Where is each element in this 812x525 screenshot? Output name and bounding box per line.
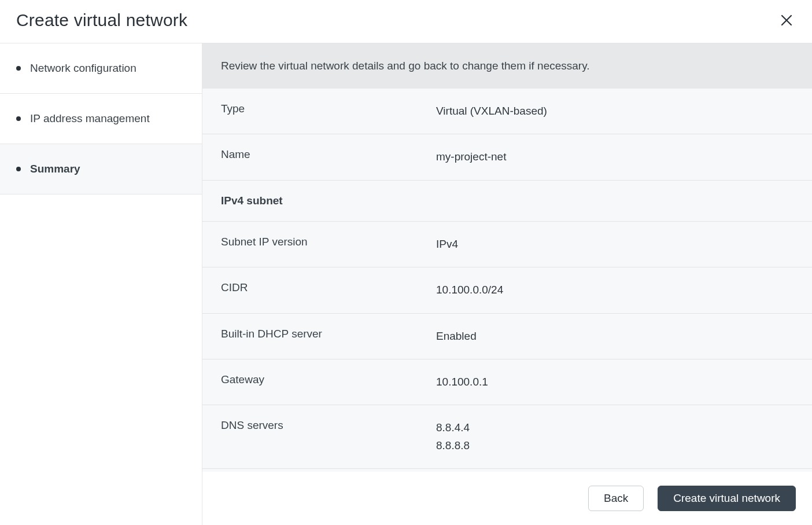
bullet-icon <box>16 167 21 171</box>
step-summary[interactable]: Summary <box>0 144 202 194</box>
summary-row-cidr: CIDR 10.100.0.0/24 <box>202 267 812 313</box>
bullet-icon <box>16 116 21 121</box>
summary-row-subnet-ip-version: Subnet IP version IPv4 <box>202 222 812 267</box>
summary-row-dns-servers: DNS servers 8.8.4.4 8.8.8.8 <box>202 405 812 469</box>
back-button[interactable]: Back <box>588 486 644 511</box>
bullet-icon <box>16 66 21 71</box>
summary-section-ipv4-subnet: IPv4 subnet <box>202 181 812 222</box>
summary-label: Gateway <box>221 373 436 391</box>
summary-row-type: Type Virtual (VXLAN-based) <box>202 89 812 134</box>
summary-value: Enabled <box>436 328 793 345</box>
summary-section-label: IPv4 subnet <box>221 194 436 207</box>
step-label: Network configuration <box>30 62 136 75</box>
summary-label: Name <box>221 148 436 166</box>
summary-value: my-project-net <box>436 148 793 166</box>
summary-label: CIDR <box>221 281 436 299</box>
summary-table: Type Virtual (VXLAN-based) Name my-proje… <box>202 89 812 472</box>
step-network-configuration[interactable]: Network configuration <box>0 43 202 94</box>
summary-value: Virtual (VXLAN-based) <box>436 102 793 120</box>
step-ip-address-management[interactable]: IP address management <box>0 94 202 144</box>
create-virtual-network-dialog: Create virtual network Network configura… <box>0 0 812 525</box>
dns-server-2: 8.8.8.8 <box>436 437 793 454</box>
dialog-title: Create virtual network <box>16 10 187 30</box>
summary-description: Review the virtual network details and g… <box>202 43 812 89</box>
summary-row-name: Name my-project-net <box>202 134 812 180</box>
summary-value: IPv4 <box>436 236 793 253</box>
dialog-body: Network configuration IP address managem… <box>0 43 812 525</box>
dns-server-1: 8.8.4.4 <box>436 419 793 436</box>
summary-label: DNS servers <box>221 419 436 454</box>
close-icon <box>780 13 793 27</box>
close-button[interactable] <box>777 11 796 30</box>
dialog-header: Create virtual network <box>0 0 812 43</box>
summary-label: Subnet IP version <box>221 236 436 253</box>
summary-value: 10.100.0.1 <box>436 373 793 391</box>
summary-value: 10.100.0.0/24 <box>436 281 793 299</box>
wizard-steps-sidebar: Network configuration IP address managem… <box>0 43 202 525</box>
summary-label: Type <box>221 102 436 120</box>
dialog-footer: Back Create virtual network <box>202 472 812 525</box>
main-panel: Review the virtual network details and g… <box>202 43 812 525</box>
summary-label: Built-in DHCP server <box>221 328 436 345</box>
summary-value: 8.8.4.4 8.8.8.8 <box>436 419 793 454</box>
summary-row-gateway: Gateway 10.100.0.1 <box>202 359 812 405</box>
step-label: IP address management <box>30 112 150 125</box>
create-virtual-network-button[interactable]: Create virtual network <box>658 486 796 511</box>
summary-row-dhcp: Built-in DHCP server Enabled <box>202 314 812 359</box>
step-label: Summary <box>30 163 80 175</box>
